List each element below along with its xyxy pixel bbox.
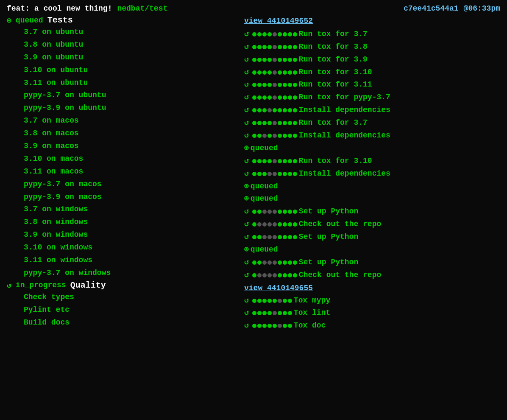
step-label: Set up Python	[299, 206, 358, 218]
dots-indicator	[252, 83, 297, 87]
right-row-9: ↺ Install dependencies	[244, 129, 500, 142]
queued-label: queued	[251, 244, 278, 256]
right-row-18: ⊕ queued	[244, 244, 500, 256]
list-item: 3.8 on ubuntu	[7, 39, 244, 51]
right-row-7: ↺ Install dependencies	[244, 104, 500, 117]
progress-icon: ↺	[244, 92, 249, 104]
dots-indicator	[252, 45, 297, 49]
queued-label: queued	[251, 143, 278, 154]
tests-section-header: ⊕ queued Tests	[7, 15, 244, 25]
progress-icon: ↺	[244, 155, 249, 167]
tests-section-name: Tests	[47, 15, 73, 25]
dots-indicator	[252, 108, 297, 112]
progress-icon: ↺	[244, 67, 249, 78]
right-row-19: ↺ Set up Python	[244, 256, 500, 269]
step-label: Set up Python	[299, 231, 358, 243]
queued-icon: ⊕	[244, 244, 249, 256]
step-label: Tox lint	[294, 307, 330, 319]
commit-time: @06:33pm	[464, 4, 500, 13]
list-item: 3.11 on windows	[7, 254, 244, 267]
step-label: Run tox for 3.9	[299, 54, 368, 66]
list-item: 3.7 on ubuntu	[7, 26, 244, 39]
right-row-4: ↺ Run tox for 3.10	[244, 66, 500, 79]
quality-status-icon: ↺	[7, 280, 11, 290]
list-item: 3.7 on macos	[7, 115, 244, 127]
step-label: Run tox for 3.10	[299, 155, 372, 167]
step-label: Check out the repo	[299, 218, 381, 230]
progress-icon: ↺	[244, 257, 249, 269]
view-link-tests[interactable]: view 4410149652	[244, 15, 500, 27]
list-item: 3.10 on ubuntu	[7, 64, 244, 77]
step-label: Run tox for 3.7	[299, 117, 368, 129]
quality-status-label: in_progress	[16, 281, 66, 289]
list-item: 3.9 on ubuntu	[7, 51, 244, 64]
step-label: Check out the repo	[299, 269, 381, 281]
right-row-6: ↺ Run tox for pypy-3.7	[244, 91, 500, 104]
right-row-20: ↺ Check out the repo	[244, 269, 500, 282]
progress-icon: ↺	[244, 206, 249, 218]
progress-icon: ↺	[244, 269, 249, 281]
progress-icon: ↺	[244, 307, 249, 319]
right-row-8: ↺ Run tox for 3.7	[244, 117, 500, 129]
right-row-1: ↺ Run tox for 3.7	[244, 28, 500, 41]
step-label: Run tox for 3.8	[299, 41, 368, 53]
dots-indicator	[252, 172, 297, 176]
list-item: 3.11 on ubuntu	[7, 77, 244, 90]
list-item: 3.11 on macos	[7, 165, 244, 178]
progress-icon: ↺	[244, 79, 249, 91]
dots-indicator	[252, 159, 297, 163]
list-item: pypy-3.7 on macos	[7, 178, 244, 191]
left-panel: ⊕ queued Tests 3.7 on ubuntu 3.8 on ubun…	[7, 15, 244, 332]
list-item: pypy-3.9 on macos	[7, 191, 244, 204]
list-item: 3.7 on windows	[7, 203, 244, 216]
dots-indicator	[252, 222, 297, 227]
step-label: Run tox for pypy-3.7	[299, 92, 390, 104]
dots-indicator	[252, 58, 297, 62]
step-label: Tox doc	[294, 320, 326, 332]
right-row-17: ↺ Set up Python	[244, 231, 500, 244]
dots-indicator	[252, 260, 297, 265]
list-item: Pylint etc	[7, 304, 244, 316]
list-item: 3.8 on windows	[7, 216, 244, 229]
commit-hash: c7ee41c544a1	[404, 4, 459, 13]
right-row-22: ↺ Tox lint	[244, 307, 500, 319]
quality-section-header: ↺ in_progress Quality	[7, 280, 244, 290]
list-item: 3.10 on windows	[7, 241, 244, 254]
dots-indicator	[252, 70, 297, 75]
branch-name: nedbat/test	[117, 4, 167, 13]
dots-indicator	[252, 324, 292, 328]
dots-indicator	[252, 210, 297, 214]
dots-indicator	[252, 273, 297, 277]
list-item: pypy-3.7 on windows	[7, 267, 244, 280]
dots-indicator	[252, 95, 297, 100]
list-item: Check types	[7, 291, 244, 304]
tests-status-label: queued	[16, 16, 43, 25]
right-row-23: ↺ Tox doc	[244, 319, 500, 332]
queued-label: queued	[251, 181, 278, 193]
tests-status-icon: ⊕	[7, 16, 11, 25]
dots-indicator	[252, 121, 297, 125]
dots-indicator	[252, 311, 292, 315]
progress-icon: ↺	[244, 295, 249, 307]
view-link-quality[interactable]: view 4410149655	[244, 283, 500, 294]
right-row-3: ↺ Run tox for 3.9	[244, 53, 500, 66]
step-label: Run tox for 3.7	[299, 28, 368, 40]
right-row-14: ⊕ queued	[244, 193, 500, 205]
step-label: Run tox for 3.11	[299, 79, 372, 91]
step-label: Install dependencies	[299, 168, 390, 180]
dots-indicator	[252, 235, 297, 239]
quality-section-name: Quality	[70, 280, 106, 290]
step-label: Run tox for 3.10	[299, 67, 372, 78]
step-label: Set up Python	[299, 257, 358, 269]
right-row-13: ⊕ queued	[244, 180, 500, 193]
progress-icon: ↺	[244, 218, 249, 230]
progress-icon: ↺	[244, 168, 249, 180]
right-row-2: ↺ Run tox for 3.8	[244, 41, 500, 53]
progress-icon: ↺	[244, 231, 249, 243]
quality-view-link[interactable]: view 4410149655	[244, 284, 313, 292]
right-row-5: ↺ Run tox for 3.11	[244, 78, 500, 91]
right-row-16: ↺ Check out the repo	[244, 218, 500, 231]
tests-view-link[interactable]: view 4410149652	[244, 17, 313, 25]
right-row-21: ↺ Tox mypy	[244, 294, 500, 307]
main-content: ⊕ queued Tests 3.7 on ubuntu 3.8 on ubun…	[7, 15, 500, 332]
